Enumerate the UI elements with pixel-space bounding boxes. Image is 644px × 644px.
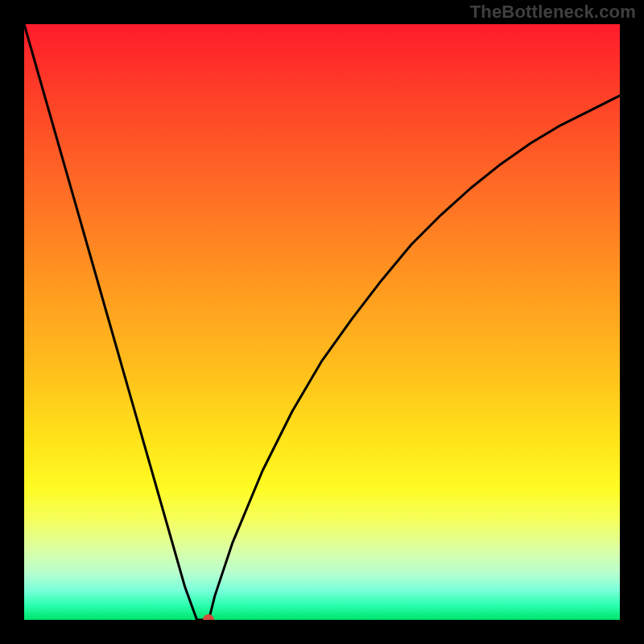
plot-area — [24, 24, 620, 620]
minimum-marker-dot — [203, 614, 214, 620]
bottleneck-curve — [24, 24, 620, 620]
chart-frame: TheBottleneck.com — [0, 0, 644, 644]
watermark-text: TheBottleneck.com — [470, 2, 636, 23]
